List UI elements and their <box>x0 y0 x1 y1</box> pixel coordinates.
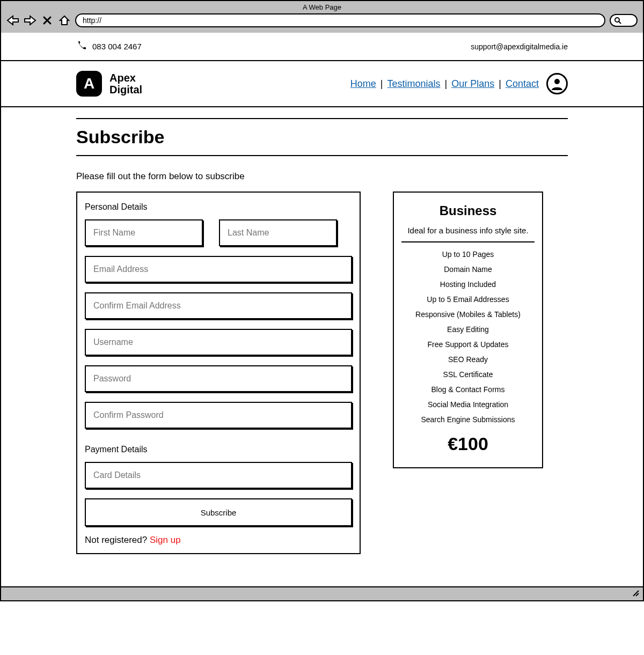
statusbar <box>0 587 644 601</box>
brand-line2: Digital <box>109 84 142 95</box>
nav-right: Home | Testimonials | Our Plans | Contac… <box>350 73 568 94</box>
nav-separator: | <box>380 78 383 90</box>
confirm-email-input[interactable] <box>85 292 352 319</box>
plan-feature: Free Support & Updates <box>401 340 535 349</box>
password-input[interactable] <box>85 365 352 392</box>
resize-grip-icon[interactable] <box>631 588 640 599</box>
plan-rule <box>401 241 535 242</box>
not-registered: Not registered? Sign up <box>85 535 352 546</box>
plan-feature: Hosting Included <box>401 280 535 289</box>
nav-plans[interactable]: Our Plans <box>451 78 494 90</box>
plan-card: Business Ideal for a business info style… <box>393 192 543 468</box>
brand-line1: Apex <box>109 72 142 84</box>
phone-group: 083 004 2467 <box>76 40 142 53</box>
home-icon[interactable] <box>58 14 71 27</box>
confirm-password-input[interactable] <box>85 402 352 429</box>
instruction-text: Please fill out the form below to subscr… <box>76 171 568 182</box>
page-title: Subscribe <box>76 119 568 155</box>
brand-text: Apex Digital <box>109 72 142 95</box>
user-avatar-icon[interactable] <box>546 73 568 94</box>
subscribe-form: Personal Details Payment Details Subscri… <box>76 192 361 554</box>
nav-separator: | <box>445 78 448 90</box>
personal-details-label: Personal Details <box>85 202 352 212</box>
last-name-input[interactable] <box>219 219 337 246</box>
payment-details-label: Payment Details <box>85 445 352 454</box>
phone-icon <box>76 40 87 53</box>
plan-features: Up to 10 Pages Domain Name Hosting Inclu… <box>401 250 535 424</box>
brand[interactable]: A Apex Digital <box>76 71 142 97</box>
page-frame: 083 004 2467 support@apexdigitalmedia.ie… <box>0 33 644 587</box>
nav-testimonials[interactable]: Testimonials <box>387 78 440 90</box>
svg-line-1 <box>619 21 621 24</box>
back-icon[interactable] <box>6 14 19 27</box>
plan-title: Business <box>401 203 535 218</box>
plan-feature: Easy Editing <box>401 325 535 334</box>
plan-feature: Social Media Integration <box>401 400 535 409</box>
brand-logo: A <box>76 71 102 97</box>
columns: Personal Details Payment Details Subscri… <box>76 192 568 554</box>
first-name-input[interactable] <box>85 219 203 246</box>
title-rule-bottom <box>76 155 568 156</box>
plan-feature: Up to 5 Email Addresses <box>401 295 535 304</box>
svg-line-3 <box>633 591 639 596</box>
nav-home[interactable]: Home <box>350 78 376 90</box>
sign-up-link[interactable]: Sign up <box>150 535 181 545</box>
username-input[interactable] <box>85 329 352 356</box>
forward-icon[interactable] <box>24 14 36 27</box>
nav-contact[interactable]: Contact <box>506 78 539 90</box>
plan-price: €100 <box>401 433 535 454</box>
browser-chrome: A Web Page <box>0 0 644 33</box>
plan-feature: Up to 10 Pages <box>401 250 535 259</box>
content: Subscribe Please fill out the form below… <box>1 107 643 586</box>
header: A Apex Digital Home | Testimonials | Our… <box>1 61 643 107</box>
close-icon[interactable] <box>41 14 54 27</box>
subscribe-button[interactable]: Subscribe <box>85 498 352 526</box>
plan-feature: SSL Certificate <box>401 370 535 379</box>
plan-feature: SEO Ready <box>401 355 535 364</box>
search-icon[interactable] <box>610 14 638 27</box>
plan-feature: Blog & Contact Forms <box>401 385 535 394</box>
nav-separator: | <box>499 78 501 90</box>
plan-feature: Domain Name <box>401 265 535 274</box>
email-input[interactable] <box>85 256 352 283</box>
browser-toolbar <box>6 13 638 27</box>
phone-number: 083 004 2467 <box>92 42 142 51</box>
topbar: 083 004 2467 support@apexdigitalmedia.ie <box>1 33 643 61</box>
card-details-input[interactable] <box>85 462 352 489</box>
svg-point-0 <box>615 18 619 22</box>
support-email: support@apexdigitalmedia.ie <box>471 42 568 51</box>
svg-line-4 <box>636 593 639 596</box>
plan-feature: Search Engine Submissions <box>401 415 535 424</box>
plan-feature: Responsive (Mobiles & Tablets) <box>401 310 535 319</box>
url-bar[interactable] <box>75 13 605 27</box>
svg-point-2 <box>554 79 560 84</box>
nav-links: Home | Testimonials | Our Plans | Contac… <box>350 78 539 90</box>
plan-subtitle: Ideal for a business info style site. <box>401 226 535 235</box>
not-registered-text: Not registered? <box>85 535 150 545</box>
browser-window-title: A Web Page <box>6 3 638 11</box>
